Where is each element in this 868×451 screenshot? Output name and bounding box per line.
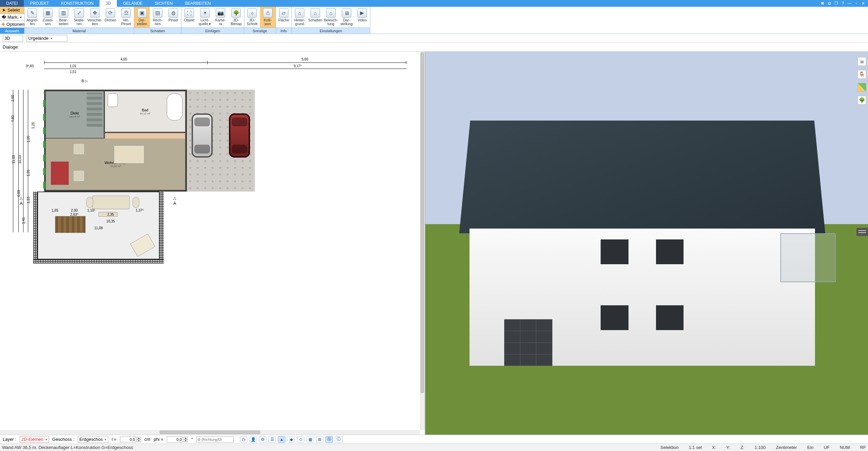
- objekt-icon: ⛶: [184, 8, 194, 18]
- phi-spinner[interactable]: ▴▾: [184, 437, 188, 442]
- kolli-icon: ⚠: [263, 8, 272, 18]
- toilet-icon: [108, 93, 118, 107]
- ribbon-btn-info-0[interactable]: ▱Fläche: [276, 7, 291, 28]
- ribbon-btn-einfügen-0[interactable]: ⛶Objekt: [181, 7, 197, 28]
- dl-input[interactable]: [196, 436, 234, 443]
- title-bar-controls: ✖ ⧉ ❐ ? — ▫ ✕: [820, 0, 868, 7]
- ribbon-btn-einstellungen-0[interactable]: ⌂Hinter- grund: [292, 7, 307, 28]
- ribbon-btn-label: 3D- Schnitt: [247, 18, 258, 26]
- layer-dropdown[interactable]: 2D-Elemen ▾: [20, 436, 49, 443]
- phi-input[interactable]: [167, 436, 183, 443]
- status-ein: Ein: [807, 445, 814, 450]
- l-spinner[interactable]: ▴▾: [137, 437, 141, 442]
- geschoss-dropdown[interactable]: Erdgeschos ▾: [78, 436, 108, 443]
- ribbon-btn-material-4[interactable]: ✥Verschie- ben: [87, 7, 103, 28]
- ribbon-btn-material-0[interactable]: ✎Abgrei- fen: [24, 7, 40, 28]
- ribbon-btn-schatten-1[interactable]: ▤Rech- nen: [150, 7, 165, 28]
- bottom-tool-3[interactable]: ☰: [268, 436, 276, 443]
- floor-plan-house: Diele 18,14 m² Bad 14,12 m² Küche 19,20 …: [44, 90, 187, 192]
- ribbon-btn-label: Dar- stellung: [340, 18, 353, 26]
- dar-icon: ▣: [137, 8, 147, 18]
- pane-2d-plan[interactable]: 4,65 5,60 1,01 1,51 3⁵,83 9,17⁵ B ▷ 2,00…: [0, 52, 425, 435]
- scrollbar-horizontal[interactable]: [0, 430, 420, 435]
- menu-projekt[interactable]: PROJEKT: [24, 0, 55, 7]
- north-marker: B ▷: [82, 79, 88, 83]
- schatten-icon: ⌂: [311, 8, 320, 18]
- view-type-dropdown[interactable]: 3D: [3, 35, 23, 42]
- room-bad: Bad 14,12 m²: [104, 91, 186, 132]
- maximize-icon[interactable]: ▫: [854, 1, 859, 6]
- tool-icon-2[interactable]: ⧉: [827, 1, 832, 6]
- menu-bearbeiten[interactable]: BEARBEITEN: [179, 0, 217, 7]
- furniture-icon[interactable]: 🪑: [857, 70, 866, 79]
- auswahl-selekt-button[interactable]: ➤ Selekt: [0, 7, 24, 14]
- menu-konstruktion[interactable]: KONSTRUKTION: [55, 0, 100, 7]
- terrace-armchair-left-icon: [86, 197, 93, 208]
- minimize-icon[interactable]: —: [847, 1, 852, 6]
- close-icon[interactable]: ✕: [861, 1, 866, 6]
- ribbon-btn-einstellungen-3[interactable]: 🖥Dar- stellung: [339, 7, 354, 28]
- bottom-tool-5[interactable]: ◆: [287, 436, 295, 443]
- bottom-tool-6[interactable]: ◇: [297, 436, 304, 443]
- side-drawer-handle[interactable]: [856, 228, 868, 236]
- ribbon-btn-einstellungen-2[interactable]: ⌂Beleuch- tung: [323, 7, 339, 28]
- layers-icon[interactable]: ≣: [857, 57, 866, 66]
- materials-icon[interactable]: [857, 83, 866, 92]
- ribbon-btn-material-2[interactable]: ▥Bear- beiten: [56, 7, 71, 28]
- ribbon-btn-einstellungen-4[interactable]: ▶Video: [354, 7, 370, 28]
- bottom-tool-2[interactable]: ⚙: [259, 436, 266, 443]
- dialoge-bar: Dialoge:: [0, 43, 868, 52]
- ribbon-btn-material-5[interactable]: ⟳Drehen: [103, 7, 118, 28]
- bottom-tool-8[interactable]: ⊞: [316, 436, 323, 443]
- bottom-tool-10[interactable]: ⓘ: [335, 436, 342, 443]
- workspace: 4,65 5,60 1,01 1,51 3⁵,83 9,17⁵ B ▷ 2,00…: [0, 52, 868, 435]
- coffee-table-icon: [73, 170, 85, 182]
- ribbon-btn-label: Fläche: [278, 18, 289, 22]
- ribbon-btn-sonstige-0[interactable]: ⎀3D- Schnitt: [244, 7, 260, 28]
- ribbon-btn-material-6[interactable]: ☲Hin. Pinsel: [118, 7, 134, 28]
- pane-3d-view[interactable]: ≣ 🪑 🌳: [425, 52, 868, 435]
- ribbon-btn-schatten-2[interactable]: ◍Pinsel: [165, 7, 181, 28]
- section-marker-right: △ A: [173, 195, 176, 206]
- window-upper-1-icon: [601, 239, 628, 264]
- terrain-dropdown[interactable]: Urgelände ▾: [26, 35, 67, 42]
- ribbon-btn-einfügen-1[interactable]: ☀Licht- quelle ▾: [197, 7, 213, 28]
- group-title-schatten: Schatten: [134, 28, 181, 34]
- scrollbar-vertical[interactable]: [420, 52, 425, 430]
- ribbon-btn-einstellungen-1[interactable]: ⌂Schatten: [307, 7, 323, 28]
- ribbon-btn-label: 3D- Bitmap: [231, 18, 242, 26]
- menu-gelaende[interactable]: GELÄNDE: [117, 0, 148, 7]
- tool-icon-3[interactable]: ❐: [833, 1, 839, 6]
- ribbon-group-material: ✎Abgrei- fen▦Zuwei- sen▥Bear- beiten⤢Ska…: [24, 7, 134, 34]
- bottom-tool-0[interactable]: ◷: [240, 436, 247, 443]
- bottom-tool-4[interactable]: ▲: [278, 436, 285, 443]
- menu-bar: DATEI PROJEKT KONSTRUKTION 3D GELÄNDE SI…: [0, 0, 868, 7]
- ribbon-group-sonstige: ⎀3D- Schnitt⚠Kolli- sionSonstige: [244, 7, 276, 34]
- dimension-left: 2,00 4,90 11,03 10,03 6,00 1,41 1,33 1,2…: [7, 90, 34, 232]
- ribbon-btn-einfügen-2[interactable]: 📷Kame- ra: [213, 7, 228, 28]
- rech-icon: ▤: [153, 8, 162, 18]
- bottom-tool-7[interactable]: ▦: [306, 436, 314, 443]
- ribbon-btn-material-3[interactable]: ⤢Skalie- ren: [71, 7, 87, 28]
- auswahl-optionen-button[interactable]: ✚ Optionen: [0, 21, 24, 28]
- bottom-tool-1[interactable]: 👤: [249, 436, 257, 443]
- help-icon[interactable]: ?: [840, 1, 846, 6]
- ribbon-btn-schatten-0[interactable]: ▣Dar- stellen: [134, 7, 150, 28]
- ribbon-btn-label: Pinsel: [169, 18, 178, 22]
- menu-sichten[interactable]: SICHTEN: [149, 0, 179, 7]
- auswahl-mark-button[interactable]: �؜ Mark. ▾: [0, 14, 24, 21]
- ribbon-btn-einfügen-3[interactable]: 🌳3D- Bitmap: [228, 7, 244, 28]
- window-lower-1-icon: [601, 305, 628, 330]
- terrain-icon[interactable]: 🌳: [857, 96, 866, 105]
- status-z: Z:: [741, 445, 745, 450]
- status-scale: 1:100: [755, 445, 766, 450]
- tool-icon-1[interactable]: ✖: [820, 1, 825, 6]
- ribbon-btn-label: Verschie- ben: [87, 18, 102, 26]
- ribbon-btn-sonstige-1[interactable]: ⚠Kolli- sion: [260, 7, 276, 28]
- menu-datei[interactable]: DATEI: [0, 0, 24, 7]
- menu-3d[interactable]: 3D: [100, 0, 117, 7]
- l-input[interactable]: [120, 436, 136, 443]
- ribbon-btn-material-1[interactable]: ▦Zuwei- sen: [40, 7, 56, 28]
- ribbon-btn-label: Abgrei- fen: [26, 18, 38, 26]
- bottom-tool-9[interactable]: Ⓝ: [325, 436, 333, 443]
